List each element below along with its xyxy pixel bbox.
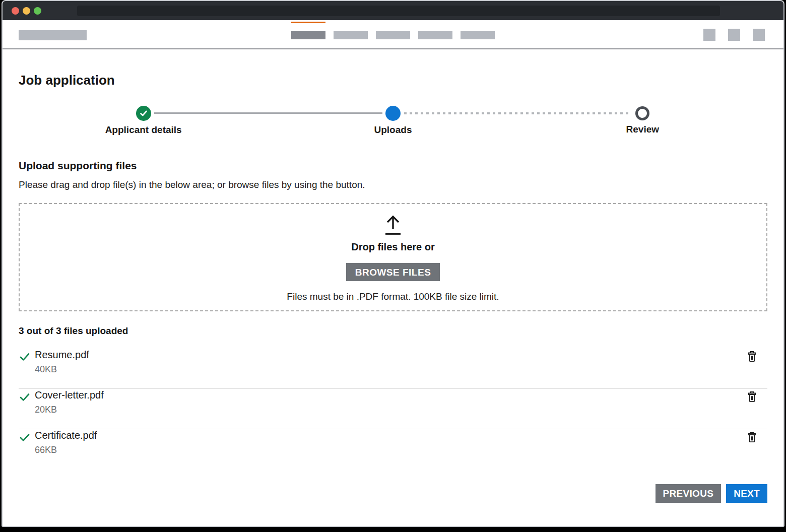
step-review[interactable]: Review xyxy=(518,106,767,136)
file-row: Resume.pdf 40KB xyxy=(19,349,767,389)
file-size: 20KB xyxy=(35,405,104,415)
address-bar[interactable] xyxy=(77,6,720,16)
nav-icon-1[interactable] xyxy=(703,29,715,41)
file-name: Resume.pdf xyxy=(35,349,89,361)
file-row: Cover-letter.pdf 20KB xyxy=(19,389,767,429)
file-dropzone[interactable]: Drop files here or BROWSE FILES Files mu… xyxy=(19,203,767,311)
browse-files-button[interactable]: BROWSE FILES xyxy=(346,263,440,281)
step-uploads[interactable]: Uploads xyxy=(268,106,517,136)
step-upcoming-icon xyxy=(635,106,649,120)
file-success-check-icon xyxy=(19,351,31,363)
file-success-check-icon xyxy=(19,391,31,403)
previous-button[interactable]: PREVIOUS xyxy=(656,484,722,503)
file-row: Certificate.pdf 66KB xyxy=(19,429,767,470)
progress-stepper: Applicant details Uploads Review xyxy=(19,106,767,137)
uploaded-file-list: Resume.pdf 40KB C xyxy=(19,349,767,470)
stepper-line-upcoming xyxy=(404,112,631,114)
trash-icon xyxy=(747,431,757,443)
file-name: Certificate.pdf xyxy=(35,429,97,441)
page-content: Job application Applicant details Upload… xyxy=(3,73,783,525)
upload-icon xyxy=(381,212,405,236)
next-button[interactable]: NEXT xyxy=(726,484,767,503)
delete-file-button[interactable] xyxy=(746,390,758,406)
file-size: 66KB xyxy=(35,445,97,455)
stepper-line-completed xyxy=(154,112,382,114)
check-icon xyxy=(139,109,148,118)
nav-action-icons xyxy=(703,29,765,41)
file-restrictions-text: Files must be in .PDF format. 100KB file… xyxy=(287,291,499,302)
nav-item-4[interactable] xyxy=(418,20,452,48)
site-navbar xyxy=(3,20,783,49)
minimize-window-button[interactable] xyxy=(23,7,30,15)
nav-item-1-active[interactable] xyxy=(291,20,325,48)
upload-instructions: Please drag and drop file(s) in the belo… xyxy=(19,179,767,191)
nav-icon-3[interactable] xyxy=(753,29,765,41)
file-success-check-icon xyxy=(19,431,31,443)
zoom-window-button[interactable] xyxy=(34,7,41,15)
wizard-footer: PREVIOUS NEXT xyxy=(19,484,767,525)
delete-file-button[interactable] xyxy=(746,430,758,446)
drop-files-text: Drop files here or xyxy=(351,241,435,253)
step-label: Review xyxy=(626,124,659,135)
logo-placeholder xyxy=(19,30,87,40)
file-size: 40KB xyxy=(35,364,89,375)
trash-icon xyxy=(747,351,757,363)
upload-section-heading: Upload supporting files xyxy=(19,159,767,172)
close-window-button[interactable] xyxy=(12,7,19,15)
step-label: Uploads xyxy=(374,124,412,136)
step-label: Applicant details xyxy=(105,124,182,136)
step-applicant-details[interactable]: Applicant details xyxy=(19,106,268,136)
file-name: Cover-letter.pdf xyxy=(35,389,104,401)
active-tab-indicator xyxy=(291,22,325,23)
nav-item-3[interactable] xyxy=(376,20,410,48)
browser-window: Job application Applicant details Upload… xyxy=(2,0,784,527)
step-completed-icon xyxy=(136,106,151,121)
nav-item-2[interactable] xyxy=(334,20,368,48)
step-active-icon xyxy=(385,106,401,121)
nav-item-5[interactable] xyxy=(461,20,495,48)
delete-file-button[interactable] xyxy=(746,350,758,365)
files-uploaded-summary: 3 out of 3 files uploaded xyxy=(19,325,767,337)
nav-icon-2[interactable] xyxy=(728,29,740,41)
trash-icon xyxy=(747,391,757,403)
browser-titlebar xyxy=(3,1,783,20)
nav-items xyxy=(291,20,495,48)
page-title: Job application xyxy=(19,73,767,88)
